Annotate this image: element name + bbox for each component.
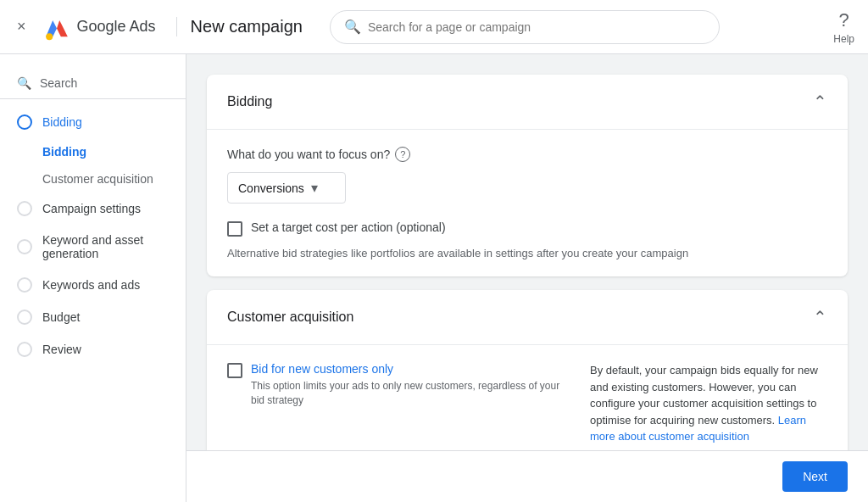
sidebar-label-keyword-asset: Keyword and asset generation	[42, 233, 169, 260]
bidding-card: Bidding ⌃ What do you want to focus on? …	[207, 75, 848, 276]
bid-new-customers-row: Bid for new customers only This option l…	[227, 362, 570, 408]
customer-acquisition-title: Customer acquisition	[227, 310, 353, 325]
sidebar-circle-keywords-ads	[17, 277, 32, 293]
bidding-card-body: What do you want to focus on? ? Conversi…	[207, 130, 848, 276]
target-cost-label: Set a target cost per action (optional)	[251, 220, 446, 234]
layout: 🔍 Search Bidding Bidding Customer acquis…	[0, 54, 868, 502]
bid-new-customers-content: Bid for new customers only This option l…	[251, 362, 570, 408]
customer-acquisition-header: Customer acquisition ⌃	[207, 290, 848, 345]
focus-label-text: What do you want to focus on?	[227, 148, 390, 161]
logo: Google Ads	[43, 14, 156, 41]
search-input[interactable]	[368, 20, 705, 34]
sidebar-item-bidding[interactable]: Bidding	[0, 106, 186, 138]
sidebar-label-review: Review	[42, 343, 81, 356]
sidebar-label-keywords-ads: Keywords and ads	[42, 278, 140, 292]
help-label: Help	[833, 33, 854, 45]
help-icon: ?	[839, 9, 849, 31]
bidding-collapse-icon[interactable]: ⌃	[813, 92, 827, 112]
sidebar-sub-items: Bidding Customer acquisition	[0, 138, 186, 192]
sidebar-item-keywords-ads[interactable]: Keywords and ads	[0, 269, 186, 301]
sidebar-item-review[interactable]: Review	[0, 333, 186, 365]
dropdown-value: Conversions	[238, 181, 304, 195]
sidebar-item-keyword-asset[interactable]: Keyword and asset generation	[0, 225, 186, 269]
customer-acquisition-card: Customer acquisition ⌃ Bid for new custo…	[207, 290, 848, 462]
bid-for-label: Bid for new customers only	[251, 362, 570, 376]
close-button[interactable]: ×	[14, 14, 30, 39]
bidding-card-title: Bidding	[227, 94, 272, 109]
sidebar-search-label: Search	[40, 76, 77, 90]
main-content: Bidding ⌃ What do you want to focus on? …	[186, 54, 868, 502]
focus-question: What do you want to focus on? ?	[227, 147, 827, 162]
focus-help-icon[interactable]: ?	[395, 147, 410, 162]
alt-bid-text: Alternative bid strategies like portfoli…	[227, 247, 827, 259]
customer-acquisition-collapse-icon[interactable]: ⌃	[813, 307, 827, 327]
logo-text: Google Ads	[77, 18, 156, 36]
sidebar-circle-campaign-settings	[17, 201, 32, 216]
target-cost-checkbox[interactable]	[227, 221, 242, 237]
sidebar-circle-review	[17, 342, 32, 357]
sidebar-label-budget: Budget	[42, 310, 80, 324]
svg-point-3	[46, 33, 53, 40]
topbar: × Google Ads New campaign 🔍 ? Help	[0, 0, 868, 54]
sidebar-item-campaign-settings[interactable]: Campaign settings	[0, 192, 186, 225]
customer-acquisition-body: Bid for new customers only This option l…	[207, 345, 848, 462]
bidding-card-header: Bidding ⌃	[207, 75, 848, 130]
sidebar-circle-budget	[17, 310, 32, 325]
bid-sub-label: This option limits your ads to only new …	[251, 379, 570, 408]
sidebar-item-budget[interactable]: Budget	[0, 301, 186, 333]
search-sidebar-icon: 🔍	[17, 76, 31, 90]
search-bar[interactable]: 🔍	[330, 10, 720, 44]
sidebar: 🔍 Search Bidding Bidding Customer acquis…	[0, 54, 186, 502]
next-button[interactable]: Next	[782, 461, 848, 492]
sidebar-subitem-bidding[interactable]: Bidding	[0, 138, 186, 165]
ca-right-info: By default, your campaign bids equally f…	[590, 362, 827, 445]
sidebar-label-bidding: Bidding	[42, 115, 82, 129]
bid-new-customers-checkbox[interactable]	[227, 363, 242, 378]
ca-left: Bid for new customers only This option l…	[227, 362, 570, 445]
sidebar-label-campaign-settings: Campaign settings	[42, 202, 141, 215]
bottom-bar: Next	[186, 450, 868, 502]
google-ads-logo-icon	[43, 14, 70, 41]
sidebar-search-item[interactable]: 🔍 Search	[0, 68, 186, 99]
campaign-title: New campaign	[176, 17, 303, 36]
dropdown-arrow-icon: ▾	[311, 180, 318, 196]
conversions-dropdown[interactable]: Conversions ▾	[227, 172, 346, 204]
help-button[interactable]: ? Help	[833, 9, 854, 45]
sidebar-circle-keyword-asset	[17, 239, 32, 254]
sidebar-subitem-customer-acquisition[interactable]: Customer acquisition	[0, 165, 186, 192]
svg-marker-2	[57, 20, 68, 36]
target-cost-row: Set a target cost per action (optional)	[227, 220, 827, 237]
sidebar-circle-bidding	[17, 114, 32, 130]
search-icon: 🔍	[344, 19, 361, 35]
